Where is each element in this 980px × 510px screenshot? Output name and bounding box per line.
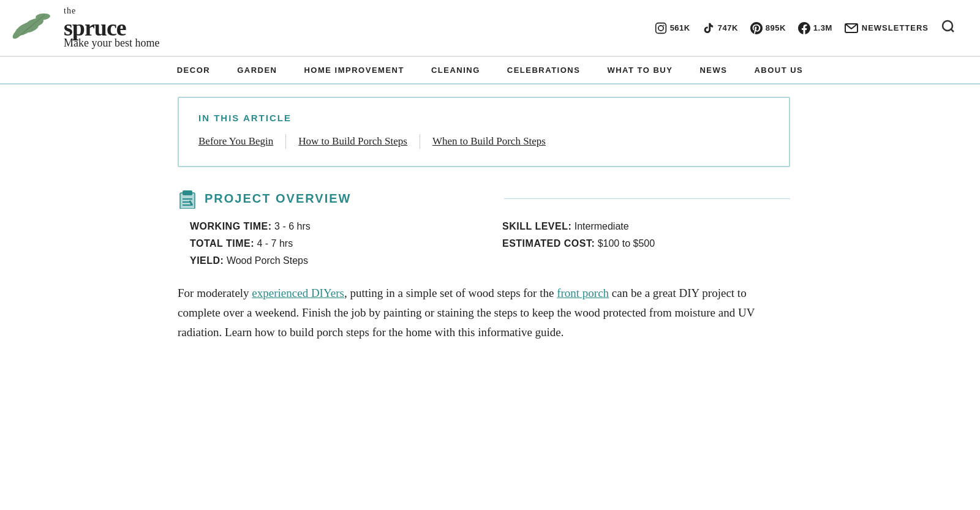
project-overview-title: PROJECT OVERVIEW — [205, 192, 491, 206]
in-this-article-title: IN THIS ARTICLE — [198, 113, 769, 123]
site-header: the spruce Make your best home 561K 747K — [0, 0, 980, 56]
svg-rect-13 — [183, 190, 192, 195]
logo-area: the spruce Make your best home — [12, 6, 159, 50]
detail-yield: YIELD: Wood Porch Steps — [190, 255, 478, 266]
detail-total-time-value: 4 - 7 hrs — [257, 238, 293, 249]
main-navigation: DECOR GARDEN HOME IMPROVEMENT CLEANING C… — [0, 56, 980, 84]
detail-skill-level: SKILL LEVEL: Intermediate — [502, 221, 790, 232]
intro-text-2: , putting in a simple set of wood steps … — [344, 287, 557, 299]
article-link-how-to-build[interactable]: How to Build Porch Steps — [298, 134, 420, 149]
email-icon — [845, 23, 858, 33]
search-button[interactable] — [941, 19, 956, 37]
front-porch-link[interactable]: front porch — [557, 287, 609, 299]
nav-news[interactable]: NEWS — [686, 57, 741, 83]
tiktok-count: 747K — [718, 23, 738, 32]
newsletters-label: NEWSLETTERS — [862, 23, 929, 32]
detail-working-time-value: 3 - 6 hrs — [274, 221, 311, 231]
svg-rect-6 — [655, 23, 666, 33]
nav-celebrations[interactable]: CELEBRATIONS — [494, 57, 594, 83]
in-this-article-box: IN THIS ARTICLE Before You Begin How to … — [178, 97, 790, 167]
social-bar: 561K 747K 895K 1.3M — [655, 19, 956, 37]
svg-point-8 — [663, 24, 664, 26]
instagram-icon — [655, 22, 667, 34]
project-overview-header: PROJECT OVERVIEW — [178, 189, 790, 209]
nav-what-to-buy[interactable]: WHAT TO BUY — [594, 57, 686, 83]
detail-estimated-cost-label: ESTIMATED COST: — [502, 238, 595, 249]
detail-estimated-cost-value: $100 to $500 — [598, 238, 655, 249]
svg-line-11 — [951, 29, 954, 31]
main-content: IN THIS ARTICLE Before You Begin How to … — [178, 97, 790, 343]
project-overview-section: PROJECT OVERVIEW WORKING TIME: 3 - 6 hrs… — [178, 189, 790, 266]
logo-tagline: Make your best home — [64, 37, 159, 50]
detail-total-time: TOTAL TIME: 4 - 7 hrs — [190, 238, 478, 249]
logo-text: the spruce Make your best home — [64, 6, 159, 50]
nav-home-improvement[interactable]: HOME IMPROVEMENT — [290, 57, 417, 83]
detail-skill-level-label: SKILL LEVEL: — [502, 221, 571, 231]
project-details-grid: WORKING TIME: 3 - 6 hrs SKILL LEVEL: Int… — [178, 221, 790, 266]
leaf-decoration — [12, 9, 61, 41]
pinterest-icon — [750, 22, 763, 34]
detail-working-time: WORKING TIME: 3 - 6 hrs — [190, 221, 478, 232]
svg-point-7 — [658, 25, 663, 30]
facebook-count: 1.3M — [813, 23, 832, 32]
experienced-diyers-link[interactable]: experienced DIYers — [252, 287, 344, 299]
project-overview-icon — [178, 189, 197, 209]
article-link-before-you-begin[interactable]: Before You Begin — [198, 134, 286, 149]
article-link-when-to-build[interactable]: When to Build Porch Steps — [432, 134, 546, 149]
detail-estimated-cost: ESTIMATED COST: $100 to $500 — [502, 238, 790, 249]
pinterest-link[interactable]: 895K — [750, 22, 786, 34]
facebook-link[interactable]: 1.3M — [798, 22, 832, 34]
pinterest-count: 895K — [766, 23, 786, 32]
title-divider — [504, 198, 790, 199]
nav-about-us[interactable]: ABOUT US — [741, 57, 816, 83]
detail-yield-label: YIELD: — [190, 255, 224, 266]
detail-total-time-label: TOTAL TIME: — [190, 238, 254, 249]
article-links: Before You Begin How to Build Porch Step… — [198, 134, 769, 149]
nav-decor[interactable]: DECOR — [164, 57, 224, 83]
search-icon — [941, 19, 956, 34]
tiktok-icon — [703, 22, 715, 34]
nav-garden[interactable]: GARDEN — [224, 57, 290, 83]
detail-yield-value: Wood Porch Steps — [227, 255, 308, 266]
instagram-link[interactable]: 561K — [655, 22, 690, 34]
nav-cleaning[interactable]: CLEANING — [418, 57, 494, 83]
logo-spruce: spruce — [64, 16, 126, 39]
intro-text-1: For moderately — [178, 287, 252, 299]
facebook-icon — [798, 22, 810, 34]
content-wrapper: IN THIS ARTICLE Before You Begin How to … — [153, 84, 827, 355]
tiktok-link[interactable]: 747K — [703, 22, 738, 34]
instagram-count: 561K — [670, 23, 690, 32]
newsletters-link[interactable]: NEWSLETTERS — [845, 23, 929, 33]
detail-skill-level-value: Intermediate — [575, 221, 629, 231]
intro-paragraph: For moderately experienced DIYers, putti… — [178, 283, 790, 343]
detail-working-time-label: WORKING TIME: — [190, 221, 272, 231]
svg-point-10 — [943, 21, 952, 31]
